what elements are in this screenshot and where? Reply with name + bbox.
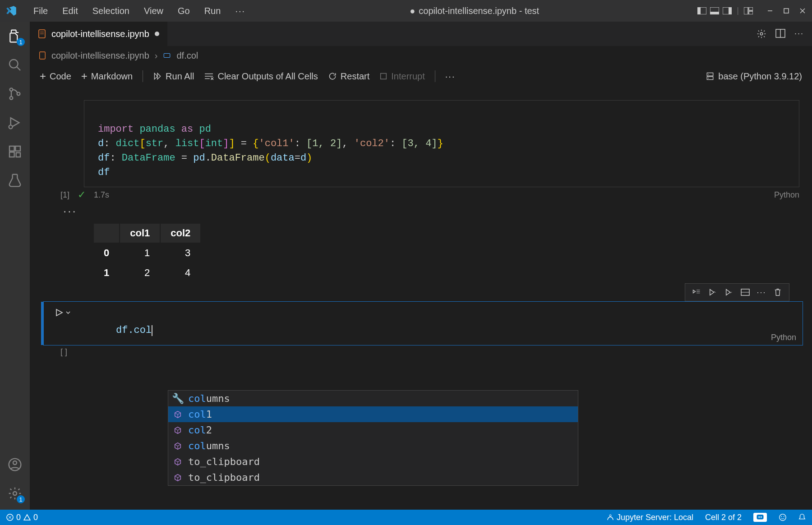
- status-problems[interactable]: 0 0: [6, 513, 38, 522]
- svg-point-17: [17, 92, 20, 96]
- code-token: df: [98, 167, 110, 178]
- status-jupyter[interactable]: Jupyter Server: Local: [607, 513, 693, 522]
- run-all-button[interactable]: Run All: [153, 71, 194, 82]
- suggest-item[interactable]: col2: [168, 422, 578, 438]
- tab-notebook[interactable]: copilot-intellisense.ipynb: [30, 22, 168, 46]
- chevron-down-icon[interactable]: [65, 310, 71, 315]
- breadcrumb-symbol[interactable]: df.col: [176, 51, 198, 61]
- cell-language[interactable]: Python: [774, 190, 799, 200]
- maximize-button[interactable]: [781, 6, 791, 16]
- kernel-selector[interactable]: base (Python 3.9.12): [706, 71, 802, 82]
- code-cell-2[interactable]: df.col Python: [43, 301, 803, 345]
- window-title: ● copilot-intellisense.ipynb - test: [252, 6, 697, 16]
- svg-point-57: [781, 516, 782, 517]
- breadcrumb-file[interactable]: copilot-intellisense.ipynb: [51, 51, 149, 61]
- suggest-rest: umns: [206, 393, 230, 404]
- status-feedback-icon[interactable]: [779, 513, 787, 521]
- cell-toolbar: ···: [685, 283, 789, 301]
- run-cell-button[interactable]: [55, 308, 71, 317]
- panel-left-icon[interactable]: [697, 6, 707, 16]
- code-token: df: [98, 152, 110, 164]
- toolbar-more-icon[interactable]: ···: [445, 71, 456, 82]
- cell-collapse-icon[interactable]: ···: [63, 204, 803, 218]
- suggest-item[interactable]: columns: [168, 438, 578, 454]
- svg-point-43: [708, 74, 709, 75]
- suggest-rest: 2: [206, 424, 212, 436]
- run-by-line-icon[interactable]: [692, 287, 701, 297]
- vscode-logo-icon: [5, 4, 18, 18]
- menu-edit[interactable]: Edit: [56, 3, 84, 19]
- code-cell-1[interactable]: import pandas as pd d: dict[str, list[in…: [84, 100, 799, 187]
- tab-actions-gear-icon[interactable]: [757, 29, 766, 39]
- run-debug-icon[interactable]: [7, 115, 23, 131]
- table-row: 0 1 3: [94, 244, 200, 262]
- code-token: pandas: [139, 124, 175, 135]
- execute-below-icon[interactable]: [724, 287, 734, 297]
- status-cell-position[interactable]: Cell 2 of 2: [705, 513, 742, 522]
- suggest-widget[interactable]: 🔧 columns col1 col2 columns to_clipboard…: [168, 390, 578, 486]
- suggest-item[interactable]: 🔧 columns: [168, 391, 578, 406]
- cell-more-icon[interactable]: ···: [757, 287, 766, 297]
- status-copilot-icon[interactable]: [753, 513, 767, 522]
- plus-icon: +: [40, 70, 46, 83]
- accounts-icon[interactable]: [7, 456, 23, 473]
- menu-selection[interactable]: Selection: [86, 3, 136, 19]
- success-check-icon: ✓: [78, 189, 86, 201]
- panel-right-icon[interactable]: [722, 6, 732, 16]
- code-text[interactable]: df.col: [116, 325, 152, 336]
- layout-icon[interactable]: [743, 6, 753, 16]
- svg-rect-5: [729, 7, 732, 14]
- code-token: [1, 2]: [306, 138, 342, 149]
- menu-more-icon[interactable]: ···: [229, 3, 252, 19]
- menu-go[interactable]: Go: [171, 3, 196, 19]
- suggest-item-selected[interactable]: col1: [168, 406, 578, 422]
- cell-duration: 1.7s: [94, 190, 109, 200]
- delete-cell-icon[interactable]: [773, 287, 783, 297]
- code-token: [3, 4]: [401, 138, 437, 149]
- suggest-item[interactable]: to_clipboard: [168, 454, 578, 470]
- clear-outputs-button[interactable]: Clear Outputs of All Cells: [204, 71, 318, 82]
- code-token: data: [271, 152, 295, 164]
- cube-icon: [173, 426, 183, 434]
- code-token: 'col2': [354, 138, 390, 149]
- suggest-rest: to_clipboard: [188, 472, 260, 483]
- plus-icon: +: [81, 70, 88, 83]
- svg-rect-40: [381, 74, 387, 79]
- testing-icon[interactable]: [7, 172, 23, 189]
- execute-above-icon[interactable]: [708, 287, 718, 297]
- add-markdown-cell-button[interactable]: + Markdown: [81, 70, 133, 83]
- window-controls: |: [697, 6, 807, 16]
- source-control-icon[interactable]: [7, 86, 23, 102]
- add-code-cell-button[interactable]: + Code: [40, 70, 71, 83]
- extensions-icon[interactable]: [7, 143, 23, 160]
- split-cell-icon[interactable]: [740, 287, 750, 297]
- menu-run[interactable]: Run: [198, 3, 227, 19]
- status-bell-icon[interactable]: [798, 513, 806, 521]
- settings-icon[interactable]: 1: [7, 485, 23, 502]
- remote-icon: [607, 514, 614, 521]
- run-all-icon: [153, 72, 162, 81]
- suggest-item[interactable]: to_clipboard: [168, 470, 578, 485]
- dataframe-output: col1 col2 0 1 3 1 2 4: [93, 223, 201, 283]
- cell-exec-count: [ ]: [60, 347, 67, 357]
- code-token: pd: [193, 152, 205, 164]
- warning-icon: [23, 514, 31, 521]
- menu-file[interactable]: File: [27, 3, 54, 19]
- minimize-button[interactable]: [765, 6, 775, 16]
- tab-more-icon[interactable]: ···: [794, 29, 804, 39]
- explorer-icon[interactable]: 1: [7, 28, 23, 44]
- svg-rect-10: [784, 9, 789, 13]
- explorer-badge: 1: [17, 38, 25, 46]
- cell-language[interactable]: Python: [771, 333, 796, 342]
- code-token: list: [175, 138, 199, 149]
- interrupt-button[interactable]: Interrupt: [379, 71, 424, 82]
- panel-bottom-icon[interactable]: [710, 6, 720, 16]
- split-editor-icon[interactable]: [775, 29, 785, 39]
- restart-button[interactable]: Restart: [328, 71, 369, 82]
- close-button[interactable]: [798, 6, 807, 16]
- breadcrumbs[interactable]: copilot-intellisense.ipynb › df.col: [30, 46, 812, 65]
- menu-view[interactable]: View: [138, 3, 170, 19]
- cell-value: 3: [161, 244, 200, 262]
- notebook-file-icon: [39, 51, 46, 60]
- search-icon[interactable]: [7, 57, 23, 73]
